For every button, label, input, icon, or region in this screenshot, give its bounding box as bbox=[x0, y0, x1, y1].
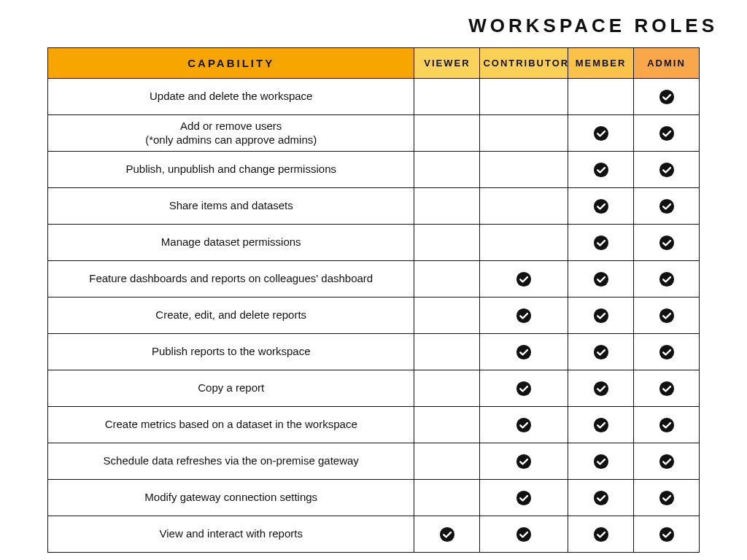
svg-point-3 bbox=[593, 162, 608, 176]
svg-point-14 bbox=[659, 308, 673, 322]
viewer-cell bbox=[414, 370, 480, 407]
table-row: Schedule data refreshes via the on-premi… bbox=[48, 443, 700, 480]
svg-point-33 bbox=[659, 526, 673, 541]
check-icon bbox=[593, 235, 609, 251]
capability-cell: View and interact with reports bbox=[48, 516, 414, 553]
table-row: Copy a report bbox=[48, 370, 700, 407]
contributor-cell bbox=[480, 115, 568, 152]
viewer-cell bbox=[414, 298, 480, 334]
check-icon bbox=[516, 490, 532, 506]
svg-point-15 bbox=[516, 344, 531, 359]
check-icon bbox=[593, 198, 609, 214]
svg-point-31 bbox=[516, 526, 531, 541]
table-row: Create, edit, and delete reports bbox=[48, 298, 700, 334]
svg-point-5 bbox=[593, 198, 608, 213]
table-row: Add or remove users(*only admins can app… bbox=[48, 115, 700, 152]
svg-point-18 bbox=[516, 381, 531, 395]
check-icon bbox=[516, 454, 532, 470]
check-icon bbox=[659, 490, 675, 506]
capability-cell: Create metrics based on a dataset in the… bbox=[48, 407, 414, 443]
table-row: Publish, unpublish and change permission… bbox=[48, 152, 700, 188]
svg-point-8 bbox=[659, 235, 673, 249]
check-icon bbox=[659, 381, 675, 397]
svg-point-7 bbox=[593, 235, 608, 249]
svg-point-4 bbox=[659, 162, 673, 176]
admin-cell bbox=[634, 225, 700, 261]
contributor-cell bbox=[480, 79, 568, 115]
member-cell bbox=[568, 298, 634, 334]
check-icon bbox=[593, 526, 609, 542]
contributor-cell bbox=[480, 370, 568, 407]
admin-cell bbox=[634, 298, 700, 334]
admin-cell bbox=[634, 407, 700, 443]
svg-point-22 bbox=[593, 417, 608, 432]
check-icon bbox=[659, 89, 675, 105]
viewer-cell bbox=[414, 225, 480, 261]
check-icon bbox=[516, 526, 532, 542]
page: WORKSPACE ROLES CAPABILITY VIEWER CONTRI… bbox=[0, 0, 747, 560]
svg-point-25 bbox=[593, 454, 608, 468]
member-cell bbox=[568, 443, 634, 480]
col-member: MEMBER bbox=[568, 48, 634, 79]
check-icon bbox=[659, 162, 675, 178]
svg-point-32 bbox=[593, 526, 608, 541]
viewer-cell bbox=[414, 152, 480, 188]
check-icon bbox=[439, 526, 455, 542]
viewer-cell bbox=[414, 516, 480, 553]
viewer-cell bbox=[414, 480, 480, 516]
admin-cell bbox=[634, 480, 700, 516]
svg-point-2 bbox=[659, 125, 673, 140]
svg-point-9 bbox=[516, 271, 531, 286]
admin-cell bbox=[634, 188, 700, 225]
contributor-cell bbox=[480, 334, 568, 370]
check-icon bbox=[593, 417, 609, 433]
check-icon bbox=[593, 344, 609, 360]
table-row: View and interact with reports bbox=[48, 516, 700, 553]
check-icon bbox=[593, 271, 609, 287]
check-icon bbox=[593, 381, 609, 397]
viewer-cell bbox=[414, 261, 480, 298]
svg-point-28 bbox=[593, 490, 608, 505]
contributor-cell bbox=[480, 152, 568, 188]
col-contributor: CONTRIBUTOR bbox=[480, 48, 568, 79]
svg-point-27 bbox=[516, 490, 531, 505]
member-cell bbox=[568, 188, 634, 225]
svg-point-26 bbox=[659, 454, 673, 468]
check-icon bbox=[593, 454, 609, 470]
member-cell bbox=[568, 407, 634, 443]
svg-point-16 bbox=[593, 344, 608, 359]
capability-cell: Feature dashboards and reports on collea… bbox=[48, 261, 414, 298]
svg-point-20 bbox=[659, 381, 673, 395]
check-icon bbox=[659, 454, 675, 470]
check-icon bbox=[516, 271, 532, 287]
member-cell bbox=[568, 225, 634, 261]
contributor-cell bbox=[480, 516, 568, 553]
capability-cell: Modify gateway connection settings bbox=[48, 480, 414, 516]
capability-cell: Share items and datasets bbox=[48, 188, 414, 225]
table-row: Feature dashboards and reports on collea… bbox=[48, 261, 700, 298]
svg-point-21 bbox=[516, 417, 531, 432]
viewer-cell bbox=[414, 188, 480, 225]
roles-table: CAPABILITY VIEWER CONTRIBUTOR MEMBER ADM… bbox=[47, 47, 700, 553]
check-icon bbox=[659, 344, 675, 360]
check-icon bbox=[593, 162, 609, 178]
check-icon bbox=[659, 271, 675, 287]
member-cell bbox=[568, 261, 634, 298]
viewer-cell bbox=[414, 115, 480, 152]
admin-cell bbox=[634, 79, 700, 115]
check-icon bbox=[516, 417, 532, 433]
col-capability: CAPABILITY bbox=[48, 48, 414, 79]
check-icon bbox=[516, 308, 532, 324]
check-icon bbox=[659, 125, 675, 141]
capability-cell: Manage dataset permissions bbox=[48, 225, 414, 261]
contributor-cell bbox=[480, 407, 568, 443]
check-icon bbox=[659, 526, 675, 542]
contributor-cell bbox=[480, 443, 568, 480]
svg-point-10 bbox=[593, 271, 608, 286]
svg-point-1 bbox=[593, 125, 608, 140]
table-header-row: CAPABILITY VIEWER CONTRIBUTOR MEMBER ADM… bbox=[48, 48, 700, 79]
member-cell bbox=[568, 334, 634, 370]
viewer-cell bbox=[414, 79, 480, 115]
contributor-cell bbox=[480, 480, 568, 516]
svg-point-12 bbox=[516, 308, 531, 322]
